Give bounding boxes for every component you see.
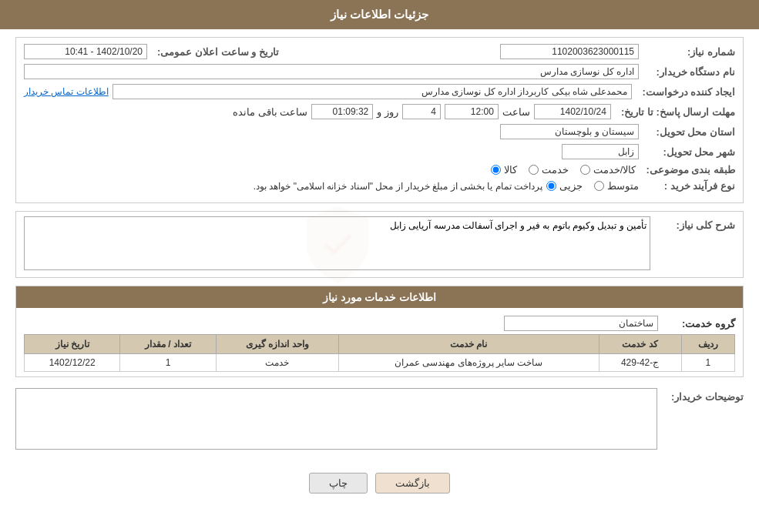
description-section: شرح کلی نیاز: تأمین و تبدیل وکیوم باتوم … xyxy=(15,211,744,278)
row-process: نوع فرآیند خرید : متوسط جزیی پرداخت تمام… xyxy=(24,180,735,192)
col-name: نام خدمت xyxy=(338,335,599,354)
service-group-label: گروه خدمت: xyxy=(666,318,735,330)
service-group-row: گروه خدمت: xyxy=(24,313,735,334)
row-need-number: شماره نیاز: تاریخ و ساعت اعلان عمومی: xyxy=(24,44,735,59)
row-province: استان محل تحویل: xyxy=(24,124,735,139)
buyer-org-input xyxy=(24,64,639,79)
cell-date: 1402/12/22 xyxy=(25,354,120,372)
basic-info-section: شماره نیاز: تاریخ و ساعت اعلان عمومی: نا… xyxy=(15,37,744,203)
description-container: تأمین و تبدیل وکیوم باتوم به فیر و اجرای… xyxy=(24,216,650,273)
buyer-notes-row: توضیحات خریدار: xyxy=(15,385,744,455)
need-number-label: شماره نیاز: xyxy=(643,46,735,58)
buyer-notes-textarea[interactable] xyxy=(15,388,657,450)
process-label: نوع فرآیند خرید : xyxy=(643,180,735,192)
radio-motavasset[interactable]: متوسط xyxy=(594,180,639,192)
radio-kala-khedmat-input[interactable] xyxy=(580,165,590,175)
services-table: ردیف کد خدمت نام خدمت واحد اندازه گیری ت… xyxy=(24,334,735,372)
buttons-row: بازگشت چاپ xyxy=(15,461,744,505)
main-content: شماره نیاز: تاریخ و ساعت اعلان عمومی: نا… xyxy=(0,29,759,513)
radio-jozii-input[interactable] xyxy=(546,181,556,191)
radio-kala-khedmat-label: کالا/خدمت xyxy=(593,164,636,176)
page-header: جزئیات اطلاعات نیاز xyxy=(0,0,759,29)
col-qty: تعداد / مقدار xyxy=(120,335,216,354)
category-radio-group: کالا/خدمت خدمت کالا xyxy=(491,164,636,176)
radio-khedmat-label: خدمت xyxy=(542,164,569,176)
need-number-input xyxy=(500,44,639,59)
page-title: جزئیات اطلاعات نیاز xyxy=(331,8,428,21)
row-deadline: مهلت ارسال پاسخ: تا تاریخ: ساعت روز و سا… xyxy=(24,104,735,119)
radio-kala-label: کالا xyxy=(504,164,517,176)
remaining-time-input xyxy=(311,104,373,119)
services-title: اطلاعات خدمات مورد نیاز xyxy=(323,291,437,303)
radio-khedmat-input[interactable] xyxy=(529,165,539,175)
deadline-time-label: ساعت xyxy=(502,106,530,118)
deadline-date-input xyxy=(534,104,611,119)
province-label: استان محل تحویل: xyxy=(643,126,735,138)
cell-code: ج-42-429 xyxy=(599,354,681,372)
deadline-time-input xyxy=(445,104,499,119)
page-wrapper: جزئیات اطلاعات نیاز شماره نیاز: تاریخ و … xyxy=(0,0,759,532)
row-city: شهر محل تحویل: xyxy=(24,144,735,159)
row-buyer-org: نام دستگاه خریدار: xyxy=(24,64,735,79)
description-row: شرح کلی نیاز: تأمین و تبدیل وکیوم باتوم … xyxy=(16,212,743,277)
remaining-time-label: ساعت باقی مانده xyxy=(233,106,307,118)
city-label: شهر محل تحویل: xyxy=(643,146,735,158)
radio-jozii-label: جزیی xyxy=(559,180,583,192)
col-row: ردیف xyxy=(681,335,734,354)
print-button[interactable]: چاپ xyxy=(309,473,368,494)
services-body: گروه خدمت: ردیف کد خدمت نام خدمت واحد ان… xyxy=(16,308,743,376)
description-label: شرح کلی نیاز: xyxy=(658,216,735,231)
row-category: طبقه بندی موضوعی: کالا/خدمت خدمت کالا xyxy=(24,164,735,176)
radio-motavasset-input[interactable] xyxy=(594,181,604,191)
radio-kala-input[interactable] xyxy=(491,165,501,175)
services-table-header-row: ردیف کد خدمت نام خدمت واحد اندازه گیری ت… xyxy=(25,335,735,354)
buyer-notes-label: توضیحات خریدار: xyxy=(665,388,744,403)
services-table-head: ردیف کد خدمت نام خدمت واحد اندازه گیری ت… xyxy=(25,335,735,354)
deadline-label: مهلت ارسال پاسخ: تا تاریخ: xyxy=(615,106,735,118)
cell-quantity: 1 xyxy=(120,354,216,372)
basic-info-body: شماره نیاز: تاریخ و ساعت اعلان عمومی: نا… xyxy=(16,38,743,202)
announce-input xyxy=(24,44,147,59)
remaining-label: روز و xyxy=(377,106,398,118)
process-radio-group: متوسط جزیی xyxy=(546,180,639,192)
category-label: طبقه بندی موضوعی: xyxy=(640,164,735,176)
row-requester: ایجاد کننده درخواست: اطلاعات تماس خریدار xyxy=(24,84,735,99)
radio-motavasset-label: متوسط xyxy=(607,180,639,192)
col-date: تاریخ نیاز xyxy=(25,335,120,354)
radio-kala[interactable]: کالا xyxy=(491,164,517,176)
radio-kala-khedmat[interactable]: کالا/خدمت xyxy=(580,164,636,176)
radio-khedmat[interactable]: خدمت xyxy=(529,164,569,176)
cell-unit: خدمت xyxy=(216,354,338,372)
col-code: کد خدمت xyxy=(599,335,681,354)
service-group-input xyxy=(504,316,658,331)
back-button[interactable]: بازگشت xyxy=(375,473,450,494)
remaining-days-input xyxy=(402,104,441,119)
radio-jozii[interactable]: جزیی xyxy=(546,180,583,192)
requester-label: ایجاد کننده درخواست: xyxy=(636,86,735,98)
city-input xyxy=(562,144,639,159)
services-section: اطلاعات خدمات مورد نیاز گروه خدمت: ردیف … xyxy=(15,286,744,377)
services-table-body: 1ج-42-429ساخت سایر پروژه‌های مهندسی عمرا… xyxy=(25,354,735,372)
cell-row: 1 xyxy=(681,354,734,372)
services-header: اطلاعات خدمات مورد نیاز xyxy=(16,286,743,308)
process-note: پرداخت تمام یا بخشی از مبلغ خریدار از مح… xyxy=(254,181,542,192)
announce-label: تاریخ و ساعت اعلان عمومی: xyxy=(151,46,279,58)
col-unit: واحد اندازه گیری xyxy=(216,335,338,354)
watermark-icon xyxy=(295,202,380,287)
buyer-org-label: نام دستگاه خریدار: xyxy=(643,66,735,78)
province-input xyxy=(500,124,639,139)
cell-name: ساخت سایر پروژه‌های مهندسی عمران xyxy=(338,354,599,372)
contact-link[interactable]: اطلاعات تماس خریدار xyxy=(24,86,109,97)
requester-input xyxy=(113,84,633,99)
table-row: 1ج-42-429ساخت سایر پروژه‌های مهندسی عمرا… xyxy=(25,354,735,372)
buyer-notes-container xyxy=(15,388,657,452)
